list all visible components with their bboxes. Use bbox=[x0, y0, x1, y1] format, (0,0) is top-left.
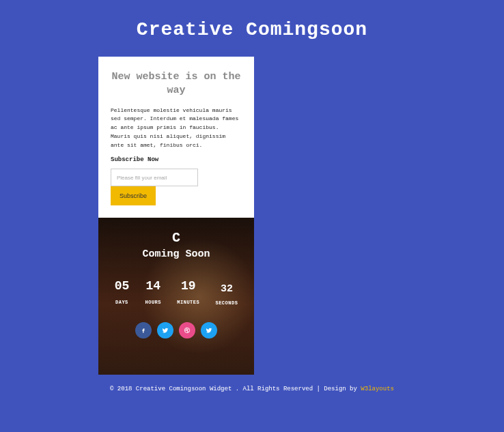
svg-point-0 bbox=[184, 328, 190, 334]
subscribe-button[interactable]: Subscribe bbox=[111, 186, 156, 205]
logo-letter: C bbox=[107, 230, 246, 246]
coming-soon-title: Coming Soon bbox=[107, 248, 246, 260]
page-title: Creative Comingsoon bbox=[0, 0, 504, 57]
coming-soon-card: New website is on the way Pellentesque m… bbox=[98, 57, 254, 375]
email-field[interactable] bbox=[111, 169, 198, 186]
twitter2-icon[interactable] bbox=[201, 322, 217, 339]
facebook-icon[interactable] bbox=[135, 322, 152, 339]
twitter-icon[interactable] bbox=[157, 322, 173, 339]
countdown-minutes: 19 MINUTES bbox=[177, 279, 199, 306]
subheading: New website is on the way bbox=[111, 70, 242, 98]
countdown-hours: 14 HOURS bbox=[145, 279, 162, 306]
footer-link[interactable]: W3layouts bbox=[361, 386, 394, 392]
days-value: 05 bbox=[115, 279, 130, 293]
seconds-label: SECONDS bbox=[215, 300, 238, 306]
description-text: Pellentesque molestie vehicula mauris se… bbox=[111, 106, 242, 150]
countdown-seconds: 32 SECONDS bbox=[215, 279, 238, 306]
dribbble-icon[interactable] bbox=[179, 322, 195, 339]
minutes-label: MINUTES bbox=[177, 300, 199, 305]
hours-label: HOURS bbox=[145, 300, 162, 305]
countdown-timer: 05 DAYS 14 HOURS 19 MINUTES 32 SECONDS bbox=[107, 279, 246, 306]
hours-value: 14 bbox=[145, 279, 162, 293]
seconds-value: 32 bbox=[215, 283, 238, 295]
subscribe-panel: New website is on the way Pellentesque m… bbox=[98, 57, 254, 218]
social-links bbox=[107, 322, 246, 339]
days-label: DAYS bbox=[115, 300, 130, 305]
minutes-value: 19 bbox=[177, 279, 199, 293]
footer-text: © 2018 Creative Comingsoon Widget . All … bbox=[110, 386, 361, 392]
countdown-panel: C Coming Soon 05 DAYS 14 HOURS 19 MINUTE… bbox=[98, 218, 254, 375]
subscribe-label: Subscribe Now bbox=[111, 156, 242, 163]
footer: © 2018 Creative Comingsoon Widget . All … bbox=[0, 386, 504, 392]
countdown-days: 05 DAYS bbox=[115, 279, 130, 306]
